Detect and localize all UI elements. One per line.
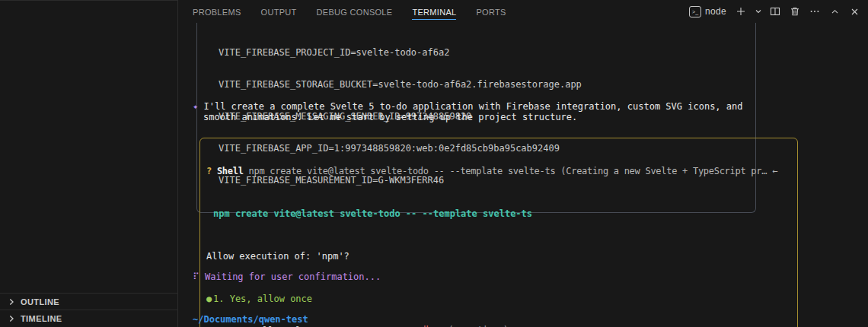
chevron-down-icon[interactable] (754, 4, 762, 19)
terminal-viewport[interactable]: VITE_FIREBASE_PROJECT_ID=svelte-todo-af6… (178, 23, 868, 327)
sidebar-sections: OUTLINE TIMELINE (0, 293, 177, 326)
chevron-right-icon (8, 298, 15, 306)
assistant-message: ✦ I'll create a complete Svelte 5 to-do … (193, 101, 779, 122)
tab-terminal[interactable]: TERMINAL (412, 4, 456, 20)
option-allow-once[interactable]: ●1. Yes, allow once (203, 294, 791, 304)
terminal-icon: >_ (689, 6, 701, 17)
sidebar-section-timeline[interactable]: TIMELINE (0, 310, 177, 326)
command-summary: npm create vite@latest svelte-todo -- --… (249, 166, 767, 176)
tab-output[interactable]: OUTPUT (261, 4, 297, 20)
env-line: VITE_FIREBASE_STORAGE_BUCKET=svelte-todo… (219, 79, 751, 90)
plus-icon[interactable] (734, 4, 748, 19)
ellipsis-icon[interactable] (808, 4, 822, 19)
star-icon: ✦ (193, 101, 198, 112)
tool-name: Shell (217, 166, 244, 176)
assistant-message-text: I'll create a complete Svelte 5 to-do ap… (203, 101, 742, 122)
sidebar: OUTLINE TIMELINE (0, 0, 178, 327)
prompt-question-mark: ? (206, 166, 212, 176)
expand-arrow-icon: ← (772, 166, 777, 176)
sidebar-section-label: TIMELINE (21, 314, 62, 323)
vscode-bottom-panel: OUTLINE TIMELINE PROBLEMS OUTPUT DEBUG C… (0, 0, 868, 327)
panel-tabbar: PROBLEMS OUTPUT DEBUG CONSOLE TERMINAL P… (178, 0, 868, 23)
tab-problems[interactable]: PROBLEMS (193, 4, 241, 20)
selected-bullet-icon: ● (206, 294, 213, 304)
shell-confirm-box: ? Shell npm create vite@latest svelte-to… (199, 138, 798, 327)
permission-question: Allow execution of: 'npm'? (203, 251, 791, 262)
spinner-icon: ⠏ (193, 271, 199, 282)
tab-ports[interactable]: PORTS (476, 4, 506, 20)
tab-debug-console[interactable]: DEBUG CONSOLE (317, 4, 393, 20)
confirm-summary-line: ? Shell npm create vite@latest svelte-to… (203, 166, 791, 176)
waiting-status: ⠏ Waiting for user confirmation... (193, 271, 381, 282)
chevron-right-icon (8, 315, 15, 322)
trash-icon[interactable] (788, 4, 802, 19)
close-icon[interactable] (847, 4, 861, 19)
terminal-footer: ~/Documents/qwen-test no sandbox (see /d… (178, 303, 868, 314)
cwd-path: ~/Documents/qwen-test (193, 314, 308, 325)
panel-actions: >_ node (689, 0, 861, 23)
terminal-profile-label: node (705, 6, 726, 17)
terminal-profile[interactable]: >_ node (689, 6, 728, 17)
option-label: 1. Yes, allow once (213, 294, 312, 304)
command-text: npm create vite@latest svelte-todo -- --… (203, 208, 791, 219)
split-terminal-icon[interactable] (768, 4, 782, 19)
panel: PROBLEMS OUTPUT DEBUG CONSOLE TERMINAL P… (178, 0, 868, 327)
sidebar-section-outline[interactable]: OUTLINE (0, 293, 177, 310)
env-line: VITE_FIREBASE_PROJECT_ID=svelte-todo-af6… (219, 47, 751, 58)
sidebar-section-label: OUTLINE (21, 297, 59, 306)
waiting-status-text: Waiting for user confirmation... (199, 271, 381, 282)
chevron-up-icon[interactable] (828, 4, 841, 19)
